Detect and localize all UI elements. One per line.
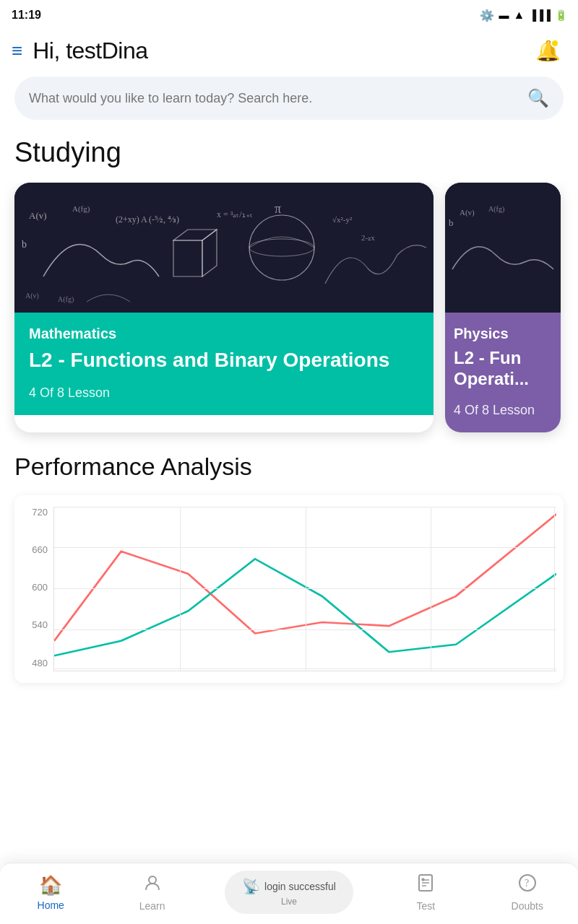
search-input[interactable] — [29, 91, 519, 106]
card-lesson-title-mathematics: L2 - Functions and Binary Operations — [29, 348, 419, 372]
learn-label: Learn — [139, 900, 165, 912]
y-label-600: 600 — [22, 582, 48, 593]
svg-text:?: ? — [525, 878, 529, 889]
doubts-label: Doubts — [512, 900, 543, 912]
live-icon: 📡 — [242, 878, 260, 895]
card-progress-physics: 4 Of 8 Lesson — [454, 403, 552, 418]
live-label: Live — [281, 897, 297, 907]
chart-plot-area — [53, 507, 556, 671]
signal-icon: ▐▐▐ — [529, 9, 551, 21]
card-lesson-title-physics: L2 - FunOperati... — [454, 348, 552, 390]
svg-text:b: b — [449, 217, 454, 228]
settings-icon: ⚙️ — [480, 9, 494, 22]
svg-point-20 — [149, 876, 156, 884]
card-subject-mathematics: Mathematics — [29, 326, 419, 342]
study-cards-carousel: A(v) A(fg) (2+xy) A (-⁵⁄₂, ⁴⁄₃) x = ³ₐₜ/… — [0, 183, 578, 453]
chart-inner: 720 660 600 540 480 — [22, 507, 556, 671]
notification-bell-button[interactable]: 🔔 — [532, 35, 564, 66]
y-label-540: 540 — [22, 619, 48, 630]
nav-live-top: 📡 login successful — [242, 878, 336, 895]
card-image-mathematics: A(v) A(fg) (2+xy) A (-⁵⁄₂, ⁴⁄₃) x = ³ₐₜ/… — [14, 183, 434, 313]
svg-text:A(fg): A(fg) — [488, 205, 504, 214]
notification-dot — [551, 39, 559, 48]
nav-item-home[interactable]: 🏠 Home — [22, 874, 79, 911]
svg-rect-0 — [14, 183, 434, 313]
wifi-icon: ▲ — [513, 9, 525, 22]
svg-rect-16 — [445, 183, 561, 313]
svg-text:A(v): A(v) — [29, 210, 47, 221]
study-card-mathematics[interactable]: A(v) A(fg) (2+xy) A (-⁵⁄₂, ⁴⁄₃) x = ³ₐₜ/… — [14, 183, 434, 432]
doubts-icon: ? — [518, 873, 537, 897]
vgrid-line-4 — [554, 507, 555, 671]
status-bar: 11:19 ⚙️ ▬ ▲ ▐▐▐ 🔋 — [0, 0, 578, 27]
card-body-mathematics: Mathematics L2 - Functions and Binary Op… — [14, 313, 434, 415]
svg-text:A(v): A(v) — [25, 292, 39, 300]
svg-text:π: π — [275, 201, 281, 216]
svg-rect-25 — [422, 879, 424, 881]
svg-text:2-₂x: 2-₂x — [361, 233, 375, 242]
svg-text:(2+xy) A (-⁵⁄₂, ⁴⁄₃): (2+xy) A (-⁵⁄₂, ⁴⁄₃) — [116, 214, 179, 225]
vgrid-line-1 — [180, 507, 181, 671]
svg-text:A(v): A(v) — [460, 208, 475, 217]
svg-text:x = ³ₐₜ/₁₊ₜ: x = ³ₐₜ/₁₊ₜ — [217, 209, 253, 219]
page-title: Hi, testDina — [33, 38, 147, 64]
status-time: 11:19 — [12, 9, 41, 22]
nav-item-learn[interactable]: Learn — [124, 873, 181, 912]
vgrid-line-3 — [431, 507, 431, 671]
nav-item-doubts[interactable]: ? Doubts — [499, 873, 556, 912]
svg-text:A(fg): A(fg) — [58, 295, 74, 304]
status-icons: ⚙️ ▬ ▲ ▐▐▐ 🔋 — [480, 9, 566, 22]
menu-icon[interactable]: ≡ — [12, 41, 22, 60]
y-label-720: 720 — [22, 507, 48, 518]
svg-text:√x²-y²: √x²-y² — [332, 215, 353, 224]
card-image-physics: b A(v) A(fg) — [445, 183, 561, 313]
card-progress-mathematics: 4 Of 8 Lesson — [29, 385, 419, 401]
bottom-navigation: 🏠 Home Learn 📡 login successful Live — [0, 863, 578, 924]
test-icon — [416, 873, 435, 897]
search-container: 🔍 — [14, 77, 564, 120]
search-icon: 🔍 — [527, 88, 549, 108]
svg-text:b: b — [22, 239, 27, 250]
search-bar[interactable]: 🔍 — [14, 77, 564, 120]
header: ≡ Hi, testDina 🔔 — [0, 27, 578, 77]
y-label-660: 660 — [22, 544, 48, 555]
learn-icon — [143, 873, 162, 897]
header-left: ≡ Hi, testDina — [12, 38, 148, 64]
card-body-physics: Physics L2 - FunOperati... 4 Of 8 Lesson — [445, 313, 561, 432]
chart-y-axis: 720 660 600 540 480 — [22, 507, 53, 671]
live-top-label: login successful — [264, 881, 336, 892]
performance-section-title: Performance Analysis — [0, 453, 578, 495]
home-label: Home — [38, 899, 64, 911]
performance-chart: 720 660 600 540 480 — [14, 495, 564, 683]
home-icon: 🏠 — [39, 874, 62, 897]
card-subject-physics: Physics — [454, 326, 552, 342]
studying-section-title: Studying — [0, 137, 578, 183]
battery-icon: 🔋 — [555, 9, 566, 21]
test-label: Test — [416, 900, 435, 912]
vgrid-line-2 — [306, 507, 306, 671]
sim-icon: ▬ — [499, 9, 509, 21]
y-label-480: 480 — [22, 658, 48, 668]
study-card-physics[interactable]: b A(v) A(fg) Physics L2 - FunOperati... … — [445, 183, 561, 432]
nav-item-live[interactable]: 📡 login successful Live — [225, 871, 353, 914]
svg-text:A(fg): A(fg) — [72, 204, 90, 214]
nav-item-test[interactable]: Test — [397, 873, 454, 912]
